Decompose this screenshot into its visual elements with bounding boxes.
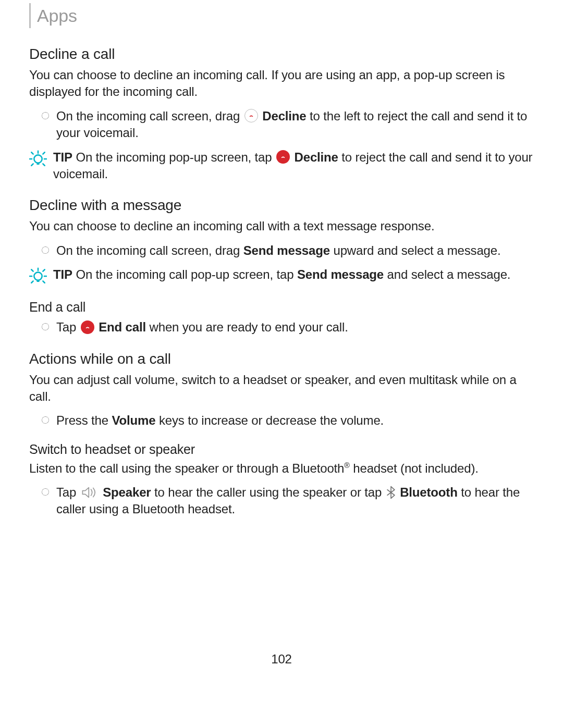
bullet-volume: Press the Volume keys to increase or dec… <box>42 412 534 429</box>
bullet-icon <box>42 246 49 254</box>
text-bold: Decline <box>262 109 306 123</box>
tip-decline-msg: TIP On the incoming call pop-up screen, … <box>29 266 534 287</box>
bullet-icon <box>42 323 49 330</box>
bullet-end-call: Tap End call when you are ready to end y… <box>42 319 534 336</box>
page-header: Apps <box>29 0 534 28</box>
text-bold: Speaker <box>103 485 151 499</box>
text-fragment: Listen to the call using the speaker or … <box>29 461 344 475</box>
text-fragment: On the incoming call screen, drag <box>56 243 243 257</box>
text-bold: Volume <box>112 413 155 427</box>
decline-call-icon <box>244 109 258 122</box>
text-fragment: On the incoming call screen, drag <box>56 109 243 123</box>
bullet-text: On the incoming call screen, drag Send m… <box>56 242 500 259</box>
bluetooth-icon <box>386 486 396 499</box>
tip-label: TIP <box>53 267 72 281</box>
svg-line-5 <box>31 152 33 154</box>
text-fragment: headset (not included). <box>350 461 479 475</box>
page-number: 102 <box>0 652 563 667</box>
text-bold: End call <box>99 320 146 334</box>
paragraph-decline-msg-intro: You can choose to decline an incoming ca… <box>29 218 534 235</box>
svg-line-7 <box>31 164 33 165</box>
text-fragment: Press the <box>56 413 112 427</box>
text-fragment: to hear the caller using the speaker or … <box>154 485 385 499</box>
text-fragment: upward and select a message. <box>333 243 500 257</box>
text-fragment: Tap <box>56 485 80 499</box>
header-title: Apps <box>37 6 77 26</box>
bullet-icon <box>42 416 49 424</box>
paragraph-decline-intro: You can choose to decline an incoming ca… <box>29 67 534 101</box>
bullet-icon <box>42 488 49 496</box>
bullet-text: Press the Volume keys to increase or dec… <box>56 412 384 429</box>
lightbulb-icon <box>29 150 47 170</box>
heading-end-call: End a call <box>29 300 534 315</box>
bullet-text: Tap Speaker to hear the caller using the… <box>56 484 534 518</box>
heading-decline-message: Decline with a message <box>29 197 534 214</box>
bullet-text: On the incoming call screen, drag Declin… <box>56 108 534 142</box>
tip-decline: TIP On the incoming pop-up screen, tap D… <box>29 149 534 183</box>
text-bold: Send message <box>243 243 330 257</box>
svg-point-9 <box>34 272 42 280</box>
svg-line-14 <box>31 269 33 271</box>
lightbulb-icon <box>29 267 47 287</box>
tip-text: TIP On the incoming call pop-up screen, … <box>53 266 510 283</box>
svg-line-15 <box>43 269 44 271</box>
text-bold: Send message <box>297 267 384 281</box>
registered-mark: ® <box>344 461 349 470</box>
text-bold: Bluetooth <box>400 485 458 499</box>
heading-decline-call: Decline a call <box>29 46 534 63</box>
decline-call-icon <box>276 150 290 164</box>
bullet-text: Tap End call when you are ready to end y… <box>56 319 348 336</box>
tip-label: TIP <box>53 150 72 164</box>
text-fragment: On the incoming pop-up screen, tap <box>76 150 275 164</box>
svg-rect-1 <box>36 162 39 164</box>
svg-line-17 <box>43 281 44 282</box>
bullet-decline: On the incoming call screen, drag Declin… <box>42 108 534 142</box>
header-divider <box>29 3 31 28</box>
text-fragment: On the incoming call pop-up screen, tap <box>76 267 297 281</box>
bullet-decline-msg: On the incoming call screen, drag Send m… <box>42 242 534 259</box>
page-container: Apps Decline a call You can choose to de… <box>0 0 563 728</box>
speaker-icon <box>81 486 99 499</box>
heading-switch-headset: Switch to headset or speaker <box>29 442 534 457</box>
paragraph-switch-intro: Listen to the call using the speaker or … <box>29 460 534 477</box>
svg-line-16 <box>31 281 33 282</box>
bullet-icon <box>42 112 49 119</box>
svg-line-6 <box>43 152 44 154</box>
heading-actions-on-call: Actions while on a call <box>29 351 534 367</box>
text-fragment: when you are ready to end your call. <box>150 320 348 334</box>
text-bold: Decline <box>295 150 338 164</box>
tip-text: TIP On the incoming pop-up screen, tap D… <box>53 149 534 183</box>
text-fragment: keys to increase or decrease the volume. <box>159 413 384 427</box>
paragraph-actions-intro: You can adjust call volume, switch to a … <box>29 372 534 405</box>
svg-line-8 <box>43 164 44 165</box>
bullet-speaker-bluetooth: Tap Speaker to hear the caller using the… <box>42 484 534 518</box>
svg-point-0 <box>34 155 42 163</box>
text-fragment: Tap <box>56 320 80 334</box>
text-fragment: and select a message. <box>387 267 511 281</box>
svg-rect-10 <box>36 280 39 282</box>
end-call-icon <box>81 320 94 334</box>
